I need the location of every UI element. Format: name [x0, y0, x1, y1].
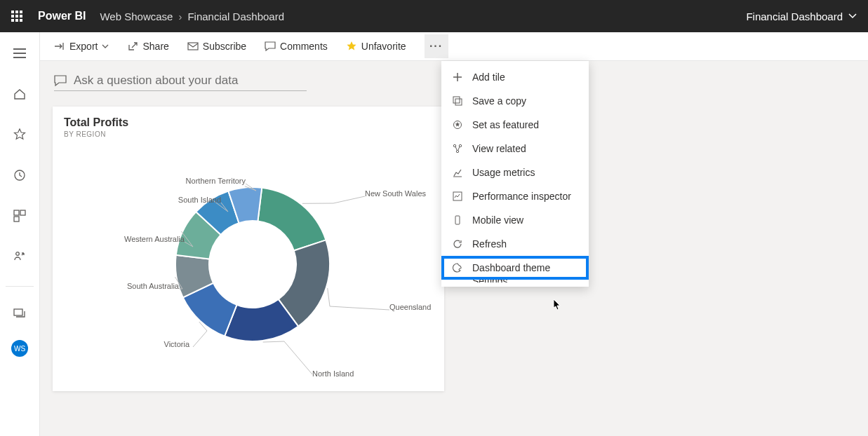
donut-segment-label: Northern Territory	[186, 177, 246, 185]
mobile-icon	[451, 214, 464, 226]
menu-label: Add tile	[472, 71, 505, 83]
subscribe-label: Subscribe	[203, 41, 246, 52]
donut-segment-label: Queensland	[389, 303, 431, 311]
hamburger-icon[interactable]	[6, 39, 34, 67]
breadcrumb-workspace[interactable]: Web Showcase	[100, 11, 173, 22]
qna-input[interactable]: Ask a question about your data	[54, 74, 307, 91]
command-bar: Export Share Subscribe Comments	[40, 32, 868, 61]
menu-save-copy[interactable]: Save a copy	[441, 89, 589, 113]
donut-chart: New South WalesQueenslandNorth IslandVic…	[88, 149, 418, 380]
apps-icon[interactable]	[6, 202, 34, 230]
shared-icon[interactable]	[6, 243, 34, 271]
donut-segment-label: South Australia	[127, 282, 180, 290]
menu-set-featured[interactable]: Set as featured	[441, 113, 589, 137]
page-selector[interactable]: Financial Dashboard	[746, 11, 857, 22]
export-button[interactable]: Export	[54, 41, 109, 52]
menu-label: Settings	[472, 280, 508, 282]
rail-divider	[6, 286, 33, 287]
workspaces-icon[interactable]	[6, 299, 34, 327]
favorites-icon[interactable]	[6, 121, 34, 149]
share-label: Share	[142, 41, 168, 52]
featured-icon	[451, 118, 464, 131]
export-label: Export	[69, 41, 98, 52]
subscribe-button[interactable]: Subscribe	[187, 41, 246, 52]
breadcrumb-dashboard[interactable]: Financial Dashboard	[187, 11, 284, 22]
copy-icon	[451, 95, 464, 107]
share-icon	[127, 41, 138, 52]
svg-rect-6	[188, 43, 198, 50]
menu-label: Refresh	[472, 238, 507, 250]
gear-icon	[451, 280, 464, 282]
inspector-icon	[451, 190, 464, 203]
cursor-icon	[549, 298, 563, 315]
mail-icon	[187, 41, 199, 52]
menu-dashboard-theme[interactable]: Dashboard theme	[441, 256, 589, 280]
comment-icon	[265, 41, 276, 52]
menu-mobile-view[interactable]: Mobile view	[441, 208, 589, 232]
svg-rect-13	[453, 192, 462, 200]
comments-button[interactable]: Comments	[265, 41, 328, 52]
breadcrumb-separator: ›	[178, 11, 182, 22]
avatar-initials: WS	[14, 345, 25, 353]
svg-rect-3	[14, 217, 19, 222]
donut-segment-label: North Island	[312, 369, 354, 378]
plus-icon	[451, 71, 464, 83]
menu-label: View related	[472, 143, 526, 154]
menu-settings[interactable]: Settings	[441, 280, 589, 282]
donut-segment[interactable]	[258, 188, 326, 251]
donut-segment-label: Western Australia	[124, 235, 185, 243]
menu-label: Mobile view	[472, 214, 523, 226]
svg-rect-8	[455, 99, 462, 105]
svg-rect-5	[14, 309, 22, 315]
app-launcher-icon[interactable]	[11, 11, 22, 22]
home-icon[interactable]	[6, 80, 34, 108]
theme-icon	[451, 261, 464, 274]
menu-refresh[interactable]: Refresh	[441, 232, 589, 256]
chart-icon	[451, 166, 464, 179]
menu-label: Dashboard theme	[472, 262, 550, 273]
unfavorite-button[interactable]: Unfavorite	[346, 41, 406, 52]
menu-label: Usage metrics	[472, 167, 535, 178]
qna-placeholder: Ask a question about your data	[74, 74, 238, 88]
page-selector-label: Financial Dashboard	[746, 11, 843, 22]
svg-rect-1	[14, 210, 19, 215]
export-icon	[54, 41, 65, 52]
donut-segment-label: Victoria	[164, 340, 190, 348]
menu-add-tile[interactable]: Add tile	[441, 65, 589, 89]
chevron-down-icon	[848, 12, 857, 20]
refresh-icon	[451, 238, 464, 250]
menu-performance-inspector[interactable]: Performance inspector	[441, 184, 589, 208]
tile-title: Total Profits	[64, 116, 433, 129]
donut-segment-label: South Island	[178, 196, 221, 204]
chat-icon	[54, 74, 67, 87]
share-button[interactable]: Share	[127, 41, 168, 52]
menu-label: Set as featured	[472, 119, 539, 130]
dashboard-canvas: Ask a question about your data Total Pro…	[40, 61, 868, 436]
svg-rect-7	[453, 97, 460, 103]
chevron-down-icon	[102, 43, 109, 50]
nav-rail: WS	[0, 32, 40, 436]
menu-usage-metrics[interactable]: Usage metrics	[441, 161, 589, 184]
menu-label: Save a copy	[472, 95, 526, 107]
related-icon	[451, 142, 464, 155]
avatar[interactable]: WS	[11, 340, 28, 357]
tile-subtitle: BY REGION	[64, 130, 433, 138]
unfavorite-label: Unfavorite	[361, 41, 406, 52]
brand-label: Power BI	[38, 10, 86, 22]
tile-total-profits[interactable]: Total Profits BY REGION New South WalesQ…	[53, 107, 444, 391]
more-options-menu: Add tile Save a copy Set as featured Vie…	[441, 61, 589, 287]
donut-segment-label: New South Wales	[365, 189, 427, 198]
comments-label: Comments	[280, 41, 328, 52]
top-header: Power BI Web Showcase › Financial Dashbo…	[0, 0, 868, 32]
star-icon	[346, 41, 357, 52]
more-options-button[interactable]: ···	[425, 34, 448, 58]
menu-label: Performance inspector	[472, 191, 571, 202]
svg-rect-14	[455, 216, 460, 224]
svg-point-4	[16, 252, 20, 256]
svg-point-12	[456, 150, 458, 152]
menu-view-related[interactable]: View related	[441, 137, 589, 161]
svg-rect-2	[20, 210, 25, 215]
ellipsis-icon: ···	[429, 40, 443, 53]
recent-icon[interactable]	[6, 161, 34, 189]
